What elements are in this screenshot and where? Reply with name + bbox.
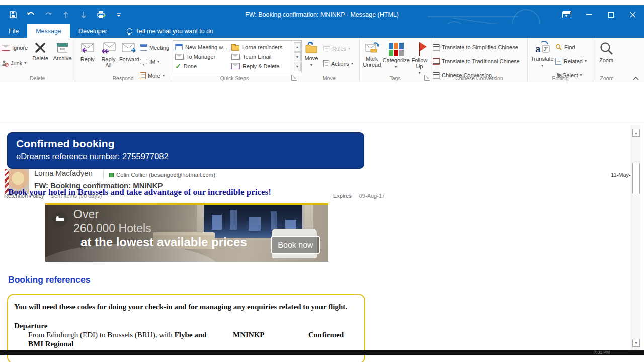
hotel-banner[interactable]: Over 260.000 Hotels at the lowest availa… [45, 203, 328, 262]
ribbon-group-zoom: Zoom Zoom [593, 38, 620, 82]
dropdown-arrow-icon: ▾ [585, 59, 587, 63]
window-controls [555, 5, 644, 24]
ribbon: Ignore Junk ▾ Delete Archive Delete [0, 38, 644, 82]
hotel-bed-icon [52, 211, 68, 227]
quick-step-lorna-reminders[interactable]: Lorna reminders [231, 42, 293, 52]
tab-file[interactable]: File [0, 24, 27, 38]
done-check-icon [175, 62, 181, 70]
recipient[interactable]: Colin Collier (besungod@hotmail.com) [109, 172, 215, 178]
translate-icon: a [534, 41, 550, 55]
dropdown-arrow-icon: ▾ [541, 63, 543, 69]
new-meeting-icon [175, 44, 183, 50]
close-button[interactable] [622, 5, 644, 24]
move-button[interactable]: Move ▾ [300, 39, 323, 68]
booking-code: MNINKP [233, 331, 265, 339]
restore-button[interactable] [600, 5, 622, 24]
tab-message[interactable]: Message [27, 24, 70, 38]
quick-step-new-meeting[interactable]: New Meeting w... [175, 42, 231, 52]
rules-icon [323, 46, 330, 51]
expires-row: Expires 09-Aug-17 [333, 193, 385, 199]
junk-icon [2, 60, 9, 67]
reply-button[interactable]: Reply [77, 39, 98, 62]
svg-text:a: a [535, 42, 541, 55]
quick-step-team-email[interactable]: Team Email [231, 52, 293, 61]
ribbon-display-icon [562, 11, 571, 18]
ribbon-tab-bar: File Message Developer Tell me what you … [0, 24, 644, 38]
reference-number-line: eDreams reference number: 2755977082 [16, 152, 355, 161]
translate-simplified-button[interactable]: Translate to Simplified Chinese [433, 42, 520, 52]
title-bar: FW: Booking confirmation: MNINKP - Messa… [0, 5, 644, 24]
reply-delete-icon [231, 63, 240, 69]
reply-all-button[interactable]: Reply All [98, 39, 119, 68]
scrollbar-thumb[interactable] [632, 163, 640, 194]
dropdown-arrow-icon: ▾ [351, 61, 353, 66]
collapse-ribbon-button[interactable] [633, 76, 639, 80]
actions-button[interactable]: Actions ▾ [323, 58, 353, 69]
dropdown-arrow-icon: ▾ [24, 61, 26, 65]
quick-step-to-manager[interactable]: To Manager [175, 52, 231, 61]
translate-traditional-button[interactable]: Translate to Traditional Chinese [433, 56, 520, 66]
tab-developer[interactable]: Developer [70, 24, 116, 38]
categorize-icon [389, 41, 404, 56]
ignore-button[interactable]: Ignore [2, 42, 29, 53]
forward-icon [121, 41, 138, 55]
team-email-icon [231, 54, 240, 60]
related-button[interactable]: Related ▾ [555, 56, 587, 66]
minimize-button[interactable] [578, 5, 600, 24]
traditional-chinese-icon [433, 58, 440, 65]
mark-unread-icon [364, 41, 380, 55]
quick-steps-gallery: New Meeting w... To Manager Done Lorna r… [173, 40, 302, 73]
ignore-icon [2, 45, 10, 51]
ribbon-group-chinese: Translate to Simplified Chinese Translat… [431, 38, 528, 82]
follow-up-flag-icon [414, 42, 424, 56]
ribbon-group-respond: Reply Reply All Forward Meeting IM ▾ [75, 38, 171, 82]
departure-description: From Edinburgh (EDI) to Brussels (BRU), … [28, 331, 209, 348]
forward-button[interactable]: Forward [119, 39, 140, 62]
simplified-chinese-icon [433, 44, 440, 51]
find-button[interactable]: Find [555, 42, 587, 52]
book-now-button[interactable]: Book now [271, 236, 320, 254]
codes-note: You will need these codes for doing your… [14, 303, 347, 311]
zoom-button[interactable]: Zoom [595, 39, 618, 63]
ribbon-group-move: Move ▾ Rules ▾ Actions ▾ Move [298, 38, 360, 82]
vertical-scrollbar[interactable]: ▲ ▼ [631, 125, 640, 350]
move-icon [304, 41, 319, 54]
junk-button[interactable]: Junk ▾ [2, 58, 29, 68]
header-divider [103, 170, 104, 179]
follow-up-button[interactable]: Follow Up ▾ [410, 39, 429, 76]
departure-label: Departure [14, 322, 47, 330]
delete-button[interactable]: Delete [29, 39, 51, 61]
scroll-down-button[interactable]: ▼ [632, 339, 640, 347]
zoom-icon [599, 41, 614, 56]
banner-tagline: at the lowest available prices [80, 235, 247, 249]
find-icon [555, 44, 562, 50]
meeting-button[interactable]: Meeting [140, 42, 169, 53]
im-button[interactable]: IM ▾ [140, 56, 169, 67]
tell-me-box[interactable]: Tell me what you want to do [116, 24, 213, 38]
quick-step-done[interactable]: Done [175, 62, 231, 71]
sender-name[interactable]: Lorna Macfadyen [34, 169, 93, 177]
archive-icon [55, 41, 69, 54]
window-title: FW: Booking confirmation: MNINKP - Messa… [0, 5, 644, 24]
banner-hotels-text: 260.000 Hotels [73, 222, 151, 235]
reply-icon [79, 41, 96, 55]
to-manager-icon [175, 54, 184, 60]
rules-button: Rules ▾ [323, 43, 353, 54]
categorize-button[interactable]: Categorize ▾ [383, 39, 410, 70]
reply-all-icon [100, 41, 117, 55]
dropdown-arrow-icon: ▾ [348, 46, 350, 51]
ribbon-display-options-button[interactable] [555, 5, 578, 24]
ribbon-group-delete: Ignore Junk ▾ Delete Archive Delete [0, 38, 75, 82]
outlook-message-window: FW: Booking confirmation: MNINKP - Messa… [0, 0, 644, 362]
im-icon [140, 59, 147, 64]
quick-step-reply-delete[interactable]: Reply & Delete [231, 62, 293, 71]
scroll-up-button[interactable]: ▲ [632, 129, 640, 137]
dropdown-arrow-icon: ▾ [310, 62, 312, 68]
restore-icon [608, 12, 614, 18]
delete-icon [34, 41, 47, 54]
translate-button[interactable]: a Translate ▾ [529, 39, 555, 69]
meeting-icon [140, 44, 147, 51]
mark-unread-button[interactable]: Mark Unread [361, 39, 383, 68]
archive-button[interactable]: Archive [51, 39, 73, 61]
presence-indicator-icon [109, 173, 114, 177]
